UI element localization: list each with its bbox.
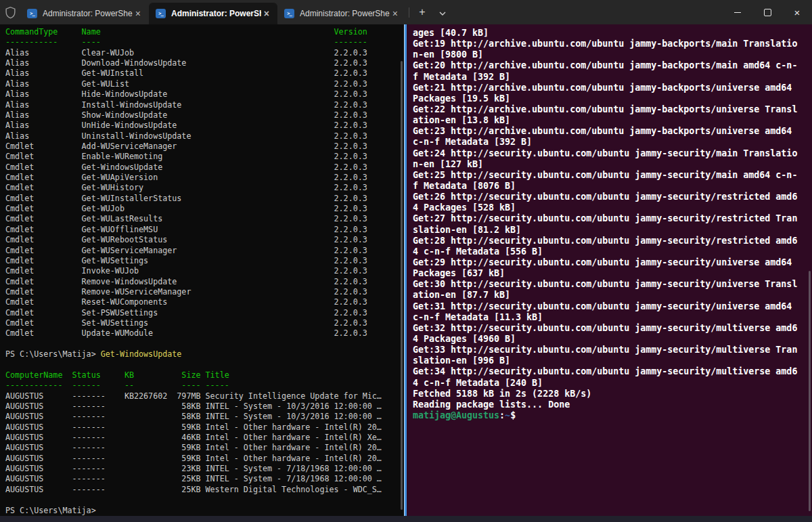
terminal-line: Cmdlet Update-WUModule 2.2.0.3 — [5, 328, 404, 339]
tab-administrator-powershell-1[interactable]: >_Administrator: PowerShell× — [20, 3, 149, 24]
terminal-line: Cmdlet Get-WUApiVersion 2.2.0.3 — [5, 173, 404, 183]
terminal-line: Get:26 http://security.ubuntu.com/ubuntu… — [413, 192, 812, 202]
terminal-line: Alias Get-WUInstall 2.2.0.3 — [5, 68, 404, 79]
terminal-line: Cmdlet Get-WUHistory 2.2.0.3 — [5, 183, 404, 193]
terminal-line: ------------ ------ -- ---- ----- — [5, 380, 404, 391]
terminal-line: Cmdlet Reset-WUComponents 2.2.0.3 — [5, 297, 404, 307]
tab-administrator-powershell-3[interactable]: >_Administrator: PowerShell× — [277, 3, 406, 24]
terminal-line: Cmdlet Remove-WindowsUpdate 2.2.0.3 — [5, 277, 404, 287]
terminal-line: Alias Uninstall-WindowsUpdate 2.2.0.3 — [5, 131, 404, 142]
terminal-line: ages [40.7 kB] — [413, 28, 812, 39]
terminal-line — [5, 339, 404, 349]
terminal-line: 4 Packages [4960 B] — [413, 334, 812, 345]
maximize-icon — [764, 9, 771, 16]
terminal-line: AUGUSTUS ------- 58KB INTEL - System - 1… — [5, 412, 404, 422]
terminal-line: f Metadata [8076 B] — [413, 181, 812, 192]
terminal-line: Alias Install-WindowsUpdate 2.2.0.3 — [5, 100, 404, 110]
bottom-strip — [0, 516, 812, 522]
terminal-line: ation-en [87.7 kB] — [413, 290, 812, 301]
terminal-line: Cmdlet Set-PSWUSettings 2.2.0.3 — [5, 308, 404, 318]
terminal-line: Get:22 http://archive.ubuntu.com/ubuntu … — [413, 104, 812, 115]
terminal-line: Cmdlet Get-WURebootStatus 2.2.0.3 — [5, 235, 404, 245]
terminal-line: CommandType Name Version — [5, 27, 404, 37]
powershell-icon: >_ — [27, 9, 37, 18]
terminal-line: ComputerName Status KB Size Title — [5, 370, 404, 380]
tab-close-icon[interactable]: × — [390, 9, 401, 18]
tab-separator — [409, 7, 409, 18]
minimize-icon — [734, 12, 741, 13]
terminal-line: AUGUSTUS ------- 25KB Western Digital Te… — [5, 485, 404, 495]
terminal-line: Get:34 http://security.ubuntu.com/ubuntu… — [413, 366, 812, 377]
terminal-line: ----------- ---- ------- — [5, 37, 404, 47]
terminal-line: Get:28 http://security.ubuntu.com/ubuntu… — [413, 236, 812, 246]
tab-close-icon[interactable]: × — [261, 9, 272, 18]
terminal-line: AUGUSTUS ------- 23KB INTEL - System - 7… — [5, 464, 404, 474]
terminal-line: c-n-f Metadata [392 B] — [413, 137, 812, 148]
terminal-line: AUGUSTUS ------- 58KB INTEL - System - 1… — [5, 401, 404, 412]
terminal-line: Cmdlet Invoke-WUJob 2.2.0.3 — [5, 266, 404, 276]
terminal-line: Cmdlet Remove-WUServiceManager 2.2.0.3 — [5, 287, 404, 297]
terminal-line: n-en [9800 B] — [413, 49, 812, 60]
tab-title: Administrator: PowerShell — [43, 9, 133, 18]
admin-shield-icon — [0, 0, 20, 24]
terminal-line — [5, 495, 404, 505]
terminal-line: AUGUSTUS ------- 46KB Intel - Other hard… — [5, 433, 404, 443]
terminal-line: Packages [637 kB] — [413, 268, 812, 279]
terminal-line: Cmdlet Get-WUSettings 2.2.0.3 — [5, 256, 404, 266]
terminal-line: Get:33 http://security.ubuntu.com/ubuntu… — [413, 345, 812, 355]
terminal-line: AUGUSTUS ------- 59KB Intel - Other hard… — [5, 422, 404, 433]
terminal-line: AUGUSTUS ------- 59KB Intel - Other hard… — [5, 443, 404, 453]
terminal-line — [5, 360, 404, 370]
terminal-line: Get:20 http://archive.ubuntu.com/ubuntu … — [413, 60, 812, 71]
terminal-line: Get:27 http://security.ubuntu.com/ubuntu… — [413, 213, 812, 224]
terminal-line: Get:19 http://archive.ubuntu.com/ubuntu … — [413, 39, 812, 49]
terminal-line: Get:23 http://archive.ubuntu.com/ubuntu … — [413, 126, 812, 137]
terminal-line: Cmdlet Get-WUInstallerStatus 2.2.0.3 — [5, 194, 404, 204]
terminal-line: Cmdlet Get-WUJob 2.2.0.3 — [5, 204, 404, 214]
tab-title: Administrator: PowerShell — [171, 9, 261, 18]
powershell-icon: >_ — [156, 9, 166, 18]
terminal-line: n-en [127 kB] — [413, 159, 812, 170]
minimize-button[interactable] — [723, 0, 752, 24]
tab-title: Administrator: PowerShell — [300, 9, 390, 18]
terminal-line: Alias UnHide-WindowsUpdate 2.2.0.3 — [5, 121, 404, 131]
left-pane-scrollbar[interactable] — [401, 61, 403, 510]
tab-dropdown-button[interactable] — [432, 2, 453, 22]
terminal-line: Reading package lists... Done — [413, 399, 812, 410]
terminal-line: c-n-f Metadata [11.3 kB] — [413, 312, 812, 323]
terminal-line: ation-en [13.8 kB] — [413, 115, 812, 126]
terminal-line: PS C:\Users\Matija> — [5, 506, 404, 516]
terminal-line: Alias Hide-WindowsUpdate 2.2.0.3 — [5, 89, 404, 100]
tab-close-icon[interactable]: × — [133, 9, 143, 18]
terminal-line: AUGUSTUS ------- 25KB INTEL - System - 7… — [5, 474, 404, 484]
plus-icon: + — [419, 6, 425, 18]
terminal-line: Alias Get-WUList 2.2.0.3 — [5, 79, 404, 89]
powershell-pane[interactable]: CommandType Name Version----------- ----… — [0, 24, 404, 516]
window-controls: × — [723, 0, 812, 24]
windows-terminal-window: { "titlebar": { "tabs": [ {"title": "Adm… — [0, 0, 812, 522]
right-pane-scrollbar[interactable] — [809, 271, 811, 511]
terminal-line: Cmdlet Get-WUServiceManager 2.2.0.3 — [5, 246, 404, 256]
terminal-line: Fetched 5188 kB in 2s (2228 kB/s) — [413, 389, 812, 399]
terminal-line: matijag@Augustus:~$ — [413, 410, 812, 421]
tab-administrator-powershell-2[interactable]: >_Administrator: PowerShell× — [149, 3, 277, 24]
ubuntu-pane[interactable]: ages [40.7 kB]Get:19 http://archive.ubun… — [407, 24, 812, 516]
close-icon: × — [794, 7, 800, 18]
maximize-button[interactable] — [752, 0, 782, 24]
terminal-line: 4 c-n-f Metadata [240 B] — [413, 378, 812, 389]
terminal-line: Get:21 http://archive.ubuntu.com/ubuntu … — [413, 83, 812, 93]
titlebar: >_Administrator: PowerShell×>_Administra… — [0, 0, 812, 24]
terminal-line: Cmdlet Get-WULastResults 2.2.0.3 — [5, 214, 404, 224]
terminal-line: slation-en [996 B] — [413, 355, 812, 366]
terminal-line: AUGUSTUS ------- KB2267602 797MB Securit… — [5, 391, 404, 401]
new-tab-button[interactable]: + — [412, 2, 432, 22]
terminal-line: f Metadata [392 B] — [413, 72, 812, 83]
terminal-line: Alias Clear-WUJob 2.2.0.3 — [5, 48, 404, 58]
terminal-line: Get:31 http://security.ubuntu.com/ubuntu… — [413, 301, 812, 312]
terminal-line: Cmdlet Add-WUServiceManager 2.2.0.3 — [5, 142, 404, 152]
terminal-line: Alias Show-WindowsUpdate 2.2.0.3 — [5, 110, 404, 121]
terminal-line: Cmdlet Get-WUOfflineMSU 2.2.0.3 — [5, 225, 404, 235]
terminal-line: Get:24 http://security.ubuntu.com/ubuntu… — [413, 148, 812, 159]
terminal-line: Packages [19.5 kB] — [413, 93, 812, 104]
close-button[interactable]: × — [782, 0, 812, 24]
